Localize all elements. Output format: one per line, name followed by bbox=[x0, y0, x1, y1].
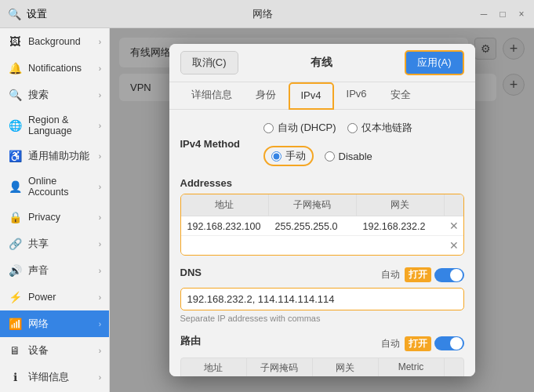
sidebar-item-label: Privacy bbox=[28, 212, 60, 223]
toggle-thumb bbox=[450, 269, 463, 281]
chevron-icon: › bbox=[99, 240, 101, 249]
chevron-icon: › bbox=[99, 122, 101, 130]
sidebar-item-label: Online Accounts bbox=[28, 176, 93, 198]
dialog-toolbar: 取消(C) 有线 应用(A) bbox=[169, 44, 475, 82]
routes-toggle-switch: 打开 bbox=[405, 336, 464, 351]
sidebar-item-background[interactable]: 🖼 Background › bbox=[0, 28, 109, 55]
cancel-button[interactable]: 取消(C) bbox=[180, 51, 238, 74]
tab-identity[interactable]: 身份 bbox=[245, 82, 287, 109]
tab-details[interactable]: 详细信息 bbox=[180, 82, 243, 109]
window-title: 设置 bbox=[27, 7, 47, 21]
routes-section: 路由 自动 打开 bbox=[180, 334, 464, 376]
sidebar-item-sharing[interactable]: 🔗 共享 › bbox=[0, 230, 109, 257]
addresses-label: Addresses bbox=[180, 177, 464, 189]
sidebar-item-power[interactable]: ⚡ Power › bbox=[0, 284, 109, 310]
sidebar-item-region[interactable]: 🌐 Region & Language › bbox=[0, 108, 109, 143]
sidebar-item-details[interactable]: ℹ 详细信息 › bbox=[0, 364, 109, 390]
chevron-icon: › bbox=[99, 38, 101, 46]
routes-auto-row: 自动 打开 bbox=[381, 336, 464, 351]
addr-col-gateway: 网关 bbox=[357, 194, 445, 216]
chevron-icon: › bbox=[99, 64, 101, 73]
sidebar-item-label: Notifications bbox=[28, 63, 82, 74]
window-controls: ─ □ × bbox=[478, 8, 528, 20]
dns-input-box[interactable] bbox=[180, 288, 464, 310]
dns-label: DNS bbox=[180, 267, 202, 278]
addr-col-address: 地址 bbox=[181, 194, 269, 216]
addresses-section: 地址 子网掩码 网关 bbox=[180, 194, 464, 256]
method-local[interactable]: 仅本地链路 bbox=[347, 121, 412, 135]
notifications-icon: 🔔 bbox=[8, 61, 22, 75]
addr-cell-address-0[interactable] bbox=[181, 217, 269, 235]
power-icon: ⚡ bbox=[8, 290, 22, 304]
routes-toggle[interactable] bbox=[434, 336, 464, 350]
routes-table-header: 地址 子网掩码 网关 Metric bbox=[180, 358, 464, 376]
sidebar-item-notifications[interactable]: 🔔 Notifications › bbox=[0, 55, 109, 82]
privacy-icon: 🔒 bbox=[8, 210, 22, 224]
addr-header: 地址 子网掩码 网关 bbox=[181, 194, 463, 216]
addr-col-netmask: 子网掩码 bbox=[269, 194, 357, 216]
dns-auto-row: 自动 打开 bbox=[381, 267, 464, 282]
dns-toggle[interactable] bbox=[434, 268, 464, 282]
method-manual-selected: 手动 bbox=[263, 146, 314, 166]
minimize-button[interactable]: ─ bbox=[478, 8, 490, 20]
netmask-input-1[interactable] bbox=[275, 241, 351, 252]
sidebar-item-privacy[interactable]: 🔒 Privacy › bbox=[0, 204, 109, 230]
maximize-button[interactable]: □ bbox=[496, 8, 509, 20]
dialog-overlay: 取消(C) 有线 应用(A) 详细信息 身份 IPv4 bbox=[110, 28, 534, 392]
dns-hint: Separate IP addresses with commas bbox=[180, 314, 464, 323]
routes-col-gateway: 网关 bbox=[313, 358, 379, 376]
sidebar-item-accessibility[interactable]: ♿ 通用辅助功能 › bbox=[0, 143, 109, 169]
main-content: 有线网络 ⚙ + VPN + 取消(C) 有线 应用(A) bbox=[110, 28, 534, 392]
method-radio-group: 自动 (DHCP) 仅本地链路 手动 bbox=[263, 121, 464, 166]
gateway-input-1[interactable] bbox=[363, 241, 438, 252]
addr-cell-address-1[interactable] bbox=[181, 237, 269, 255]
address-input-0[interactable] bbox=[187, 221, 263, 232]
search-icon: 🔍 bbox=[8, 88, 22, 102]
tab-ipv4[interactable]: IPv4 bbox=[289, 82, 334, 110]
addr-row-1: ✕ bbox=[181, 236, 463, 255]
addr-cell-gateway-1[interactable] bbox=[357, 237, 445, 255]
tab-ipv6[interactable]: IPv6 bbox=[336, 82, 378, 109]
sidebar-item-online-accounts[interactable]: 👤 Online Accounts › bbox=[0, 169, 109, 204]
chevron-icon: › bbox=[99, 91, 101, 100]
close-button[interactable]: × bbox=[515, 8, 528, 20]
apply-button[interactable]: 应用(A) bbox=[405, 50, 463, 75]
addr-cell-gateway-0[interactable] bbox=[357, 217, 445, 235]
tab-security[interactable]: 安全 bbox=[380, 82, 422, 109]
sidebar-item-search[interactable]: 🔍 搜索 › bbox=[0, 82, 109, 108]
routes-toggle-text: 打开 bbox=[405, 336, 431, 351]
addr-delete-0[interactable]: ✕ bbox=[445, 216, 463, 235]
sidebar-item-label: Power bbox=[28, 292, 56, 303]
method-manual[interactable]: 手动 bbox=[271, 149, 306, 163]
search-icon[interactable]: 🔍 bbox=[6, 6, 22, 22]
accessibility-icon: ♿ bbox=[8, 149, 22, 163]
sharing-icon: 🔗 bbox=[8, 237, 22, 251]
address-input-1[interactable] bbox=[187, 241, 263, 252]
addr-cell-netmask-1[interactable] bbox=[269, 237, 357, 255]
sound-icon: 🔊 bbox=[8, 263, 22, 278]
routes-header-row: 路由 自动 打开 bbox=[180, 334, 464, 353]
method-disable[interactable]: Disable bbox=[325, 151, 372, 162]
chevron-icon: › bbox=[99, 152, 101, 161]
addr-delete-1[interactable]: ✕ bbox=[445, 236, 463, 255]
main-window: 🔍 设置 网络 ─ □ × 🖼 Background › 🔔 Notificat… bbox=[0, 0, 534, 392]
netmask-input-0[interactable] bbox=[275, 221, 351, 232]
routes-col-netmask: 子网掩码 bbox=[247, 358, 313, 376]
title-bar-left: 🔍 设置 bbox=[6, 6, 47, 22]
dns-auto-label: 自动 bbox=[381, 268, 400, 281]
sidebar-item-devices[interactable]: 🖥 设备 › bbox=[0, 337, 109, 364]
routes-col-address: 地址 bbox=[181, 358, 247, 376]
sidebar-item-sound[interactable]: 🔊 声音 › bbox=[0, 257, 109, 284]
chevron-icon: › bbox=[99, 373, 101, 382]
sidebar-item-label: 网络 bbox=[28, 318, 49, 331]
sidebar-item-label: 声音 bbox=[28, 264, 49, 278]
chevron-icon: › bbox=[99, 213, 101, 222]
body: 🖼 Background › 🔔 Notifications › 🔍 搜索 › … bbox=[0, 28, 534, 392]
gateway-input-0[interactable] bbox=[363, 221, 438, 232]
details-icon: ℹ bbox=[8, 370, 22, 384]
dialog-title: 有线 bbox=[245, 56, 399, 70]
addr-cell-netmask-0[interactable] bbox=[269, 217, 357, 235]
method-auto[interactable]: 自动 (DHCP) bbox=[263, 121, 336, 135]
dns-input[interactable] bbox=[187, 293, 457, 305]
sidebar-item-network[interactable]: 📶 网络 › bbox=[0, 310, 109, 337]
